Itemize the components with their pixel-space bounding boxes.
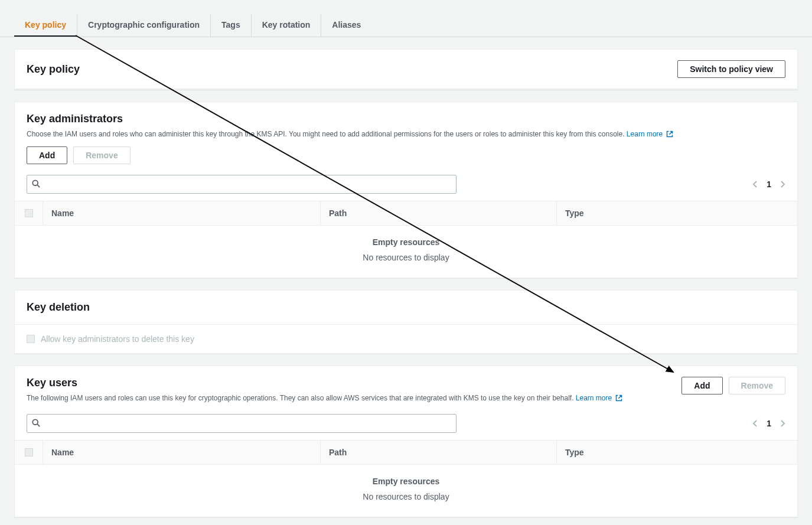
users-prev-page[interactable] xyxy=(752,419,758,428)
key-deletion-title: Key deletion xyxy=(27,301,90,314)
users-pagination: 1 xyxy=(752,419,785,428)
external-link-icon xyxy=(615,394,622,405)
admins-col-type[interactable]: Type xyxy=(557,201,797,225)
switch-policy-view-button[interactable]: Switch to policy view xyxy=(677,60,785,78)
users-table-header: Name Path Type xyxy=(15,440,797,465)
tab-key-policy[interactable]: Key policy xyxy=(14,14,77,37)
key-policy-title: Key policy xyxy=(27,63,80,76)
key-users-title: Key users xyxy=(27,377,681,389)
users-next-page[interactable] xyxy=(780,419,785,428)
admins-prev-page[interactable] xyxy=(752,180,758,188)
panel-key-users: Key users The following IAM users and ro… xyxy=(14,366,798,517)
admins-add-button[interactable]: Add xyxy=(27,146,67,164)
key-admins-learn-more-link[interactable]: Learn more xyxy=(627,130,673,138)
users-empty-state: Empty resources No resources to display xyxy=(15,465,797,517)
tabs: Key policy Cryptographic configuration T… xyxy=(0,0,812,37)
admins-col-path[interactable]: Path xyxy=(321,201,557,225)
users-select-all[interactable] xyxy=(15,441,43,464)
svg-line-1 xyxy=(37,185,40,187)
tab-cryptographic-configuration[interactable]: Cryptographic configuration xyxy=(77,14,211,37)
users-empty-title: Empty resources xyxy=(15,477,797,486)
users-search-input[interactable] xyxy=(44,419,451,428)
admins-search-input[interactable] xyxy=(44,180,451,189)
deletion-allow-label: Allow key administrators to delete this … xyxy=(41,334,194,344)
users-empty-sub: No resources to display xyxy=(15,492,797,501)
users-col-type[interactable]: Type xyxy=(557,441,797,464)
admins-empty-sub: No resources to display xyxy=(15,253,797,262)
admins-pagination: 1 xyxy=(752,180,785,189)
users-search-input-wrap[interactable] xyxy=(27,414,456,433)
admins-remove-button[interactable]: Remove xyxy=(73,146,130,164)
deletion-allow-checkbox[interactable] xyxy=(27,335,35,343)
tab-aliases[interactable]: Aliases xyxy=(321,14,371,37)
svg-point-2 xyxy=(32,419,38,425)
admins-page-number: 1 xyxy=(767,180,771,189)
admins-select-all[interactable] xyxy=(15,201,43,225)
admins-search-input-wrap[interactable] xyxy=(27,175,456,194)
panel-key-policy: Key policy Switch to policy view xyxy=(14,49,798,90)
admins-table-header: Name Path Type xyxy=(15,201,797,226)
tab-tags[interactable]: Tags xyxy=(211,14,252,37)
external-link-icon xyxy=(666,130,673,141)
svg-point-0 xyxy=(32,180,38,185)
users-col-path[interactable]: Path xyxy=(321,441,557,464)
key-users-learn-more-link[interactable]: Learn more xyxy=(576,394,622,402)
key-admins-desc: Choose the IAM users and roles who can a… xyxy=(27,130,627,138)
search-icon xyxy=(32,419,40,429)
search-icon xyxy=(32,180,40,190)
panel-key-administrators: Key administrators Choose the IAM users … xyxy=(14,102,798,278)
users-remove-button[interactable]: Remove xyxy=(729,377,785,394)
users-col-name[interactable]: Name xyxy=(43,441,321,464)
tab-key-rotation[interactable]: Key rotation xyxy=(252,14,322,37)
key-users-desc: The following IAM users and roles can us… xyxy=(27,394,576,402)
admins-empty-state: Empty resources No resources to display xyxy=(15,226,797,278)
admins-col-name[interactable]: Name xyxy=(43,201,321,225)
users-add-button[interactable]: Add xyxy=(681,377,722,394)
users-page-number: 1 xyxy=(767,419,771,428)
key-admins-title: Key administrators xyxy=(27,113,785,125)
admins-next-page[interactable] xyxy=(780,180,785,188)
svg-line-3 xyxy=(37,424,40,426)
admins-empty-title: Empty resources xyxy=(15,237,797,247)
panel-key-deletion: Key deletion Allow key administrators to… xyxy=(14,290,798,354)
